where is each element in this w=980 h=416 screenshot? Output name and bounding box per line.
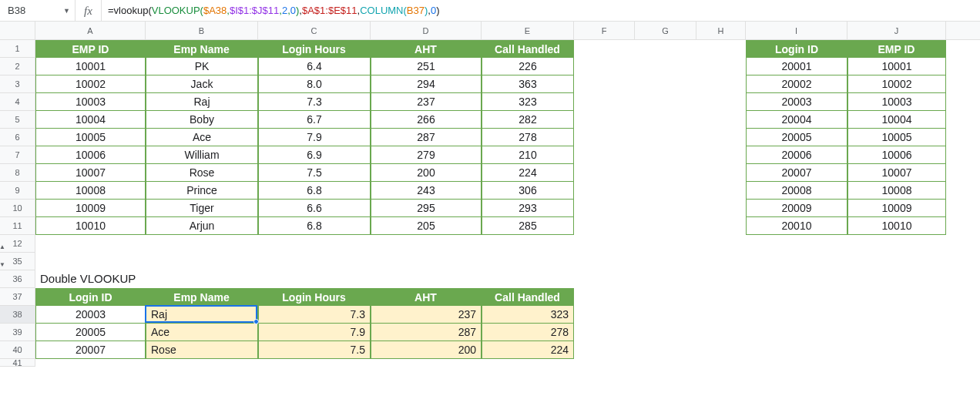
table-cell[interactable]: 323 xyxy=(482,93,574,111)
table-cell[interactable]: PK xyxy=(146,58,258,75)
table-cell[interactable]: 20001 xyxy=(746,58,847,75)
col-header-B[interactable]: B xyxy=(146,22,258,39)
table-header[interactable]: AHT xyxy=(371,40,482,58)
cell[interactable] xyxy=(635,253,696,270)
row-header[interactable]: 2 xyxy=(0,58,35,75)
cell[interactable] xyxy=(696,75,746,93)
cell[interactable] xyxy=(574,58,635,75)
table-cell[interactable]: 10002 xyxy=(847,75,946,93)
cell[interactable] xyxy=(696,111,746,129)
cell[interactable] xyxy=(146,235,258,253)
row-header[interactable]: 1 xyxy=(0,40,35,58)
table-cell[interactable]: 363 xyxy=(482,75,574,93)
table-cell[interactable]: 20005 xyxy=(746,129,847,146)
cell[interactable] xyxy=(746,359,847,367)
table-cell[interactable]: 10008 xyxy=(35,182,146,200)
table-cell[interactable]: 20006 xyxy=(746,146,847,164)
row-header[interactable]: 8 xyxy=(0,164,35,182)
grid[interactable]: A B C D E F G H I J 1EMP IDEmp NameLogin… xyxy=(0,22,980,367)
cell[interactable] xyxy=(574,217,635,235)
cell[interactable] xyxy=(482,359,574,367)
cell[interactable] xyxy=(574,288,635,306)
cell[interactable] xyxy=(482,270,574,288)
row-header[interactable]: 10 xyxy=(0,200,35,217)
table-cell[interactable]: 10009 xyxy=(847,200,946,217)
table-cell[interactable]: 287 xyxy=(371,129,482,146)
table-cell[interactable]: 243 xyxy=(371,182,482,200)
cell[interactable] xyxy=(847,359,946,367)
cell[interactable] xyxy=(574,182,635,200)
cell[interactable] xyxy=(696,164,746,182)
table-cell[interactable]: 7.9 xyxy=(258,324,371,341)
cell[interactable] xyxy=(746,324,847,341)
table-header[interactable]: Call Handled xyxy=(482,40,574,58)
row-header[interactable]: 11 xyxy=(0,217,35,235)
table-cell[interactable]: 205 xyxy=(371,217,482,235)
table-cell[interactable]: 20009 xyxy=(746,200,847,217)
cell[interactable] xyxy=(746,306,847,324)
table-cell[interactable]: 7.3 xyxy=(258,93,371,111)
table-cell[interactable]: 20008 xyxy=(746,182,847,200)
table-cell[interactable]: 295 xyxy=(371,200,482,217)
cell[interactable] xyxy=(635,306,696,324)
cell[interactable] xyxy=(574,235,635,253)
cell[interactable] xyxy=(574,75,635,93)
table-header[interactable]: EMP ID xyxy=(847,40,946,58)
table-cell[interactable]: 251 xyxy=(371,58,482,75)
table-cell[interactable]: 20010 xyxy=(746,217,847,235)
table-cell[interactable]: 10004 xyxy=(35,111,146,129)
table-cell[interactable]: 226 xyxy=(482,58,574,75)
cell[interactable] xyxy=(635,129,696,146)
table-cell[interactable]: 10004 xyxy=(847,111,946,129)
cell[interactable] xyxy=(635,75,696,93)
cell[interactable] xyxy=(696,146,746,164)
table-cell[interactable]: 7.5 xyxy=(258,164,371,182)
table-cell[interactable]: 282 xyxy=(482,111,574,129)
table-cell[interactable]: Jack xyxy=(146,75,258,93)
table-header[interactable]: Login Hours xyxy=(258,288,371,306)
cell[interactable] xyxy=(35,235,146,253)
table-cell[interactable]: 7.9 xyxy=(258,129,371,146)
table-cell[interactable]: 6.9 xyxy=(258,146,371,164)
table-cell[interactable]: 6.8 xyxy=(258,217,371,235)
table-cell[interactable]: 7.3 xyxy=(258,306,371,324)
table-cell[interactable]: 10009 xyxy=(35,200,146,217)
cell[interactable] xyxy=(635,200,696,217)
cell[interactable] xyxy=(635,288,696,306)
table-cell[interactable]: 279 xyxy=(371,146,482,164)
table-cell[interactable]: 10005 xyxy=(35,129,146,146)
col-header-G[interactable]: G xyxy=(635,22,696,39)
cell[interactable] xyxy=(371,270,482,288)
cell[interactable] xyxy=(258,359,371,367)
cell[interactable] xyxy=(574,270,635,288)
cell[interactable] xyxy=(696,93,746,111)
cell[interactable] xyxy=(635,164,696,182)
cell[interactable] xyxy=(574,40,635,58)
cell[interactable] xyxy=(635,324,696,341)
cell[interactable] xyxy=(696,182,746,200)
col-header-C[interactable]: C xyxy=(258,22,371,39)
cell[interactable] xyxy=(746,253,847,270)
cell[interactable] xyxy=(635,111,696,129)
cell[interactable] xyxy=(258,270,371,288)
table-cell[interactable]: 200 xyxy=(371,341,482,359)
table-header[interactable]: Login ID xyxy=(746,40,847,58)
table-cell[interactable]: 10001 xyxy=(35,58,146,75)
name-box-dropdown-icon[interactable]: ▼ xyxy=(63,7,70,15)
cell[interactable] xyxy=(635,182,696,200)
row-header[interactable]: 38 xyxy=(0,306,35,324)
table-cell[interactable]: 287 xyxy=(371,324,482,341)
table-cell[interactable]: 237 xyxy=(371,306,482,324)
cell[interactable] xyxy=(574,253,635,270)
cell[interactable] xyxy=(258,235,371,253)
section-label[interactable]: Double VLOOKUP xyxy=(35,270,146,288)
cell[interactable] xyxy=(746,341,847,359)
table-cell[interactable]: Raj xyxy=(146,306,258,324)
table-cell[interactable]: 20005 xyxy=(35,324,146,341)
row-header[interactable]: 36 xyxy=(0,270,35,288)
table-cell[interactable]: Rose xyxy=(146,341,258,359)
cell[interactable] xyxy=(574,306,635,324)
table-cell[interactable]: 210 xyxy=(482,146,574,164)
cell[interactable] xyxy=(635,58,696,75)
table-cell[interactable]: 7.5 xyxy=(258,341,371,359)
